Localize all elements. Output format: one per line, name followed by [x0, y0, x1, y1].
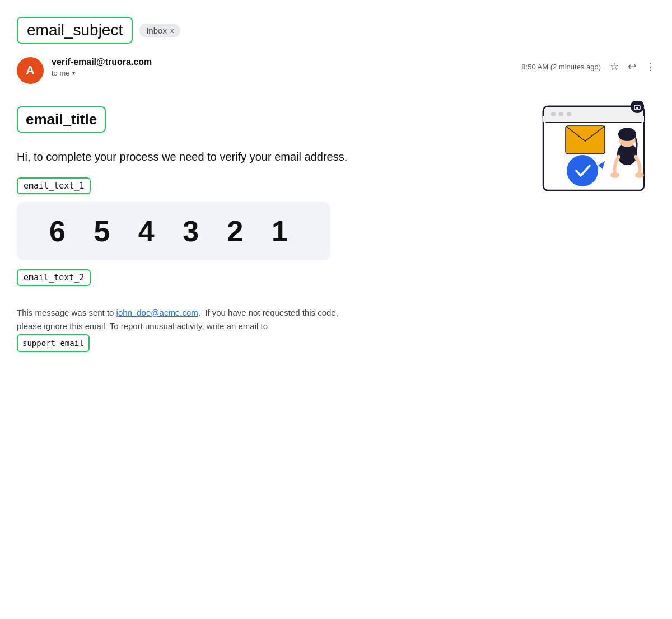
otp-code: 6 5 4 3 2 1: [34, 214, 314, 248]
svg-point-3: [551, 112, 556, 116]
sender-left: A verif-email@truora.com to me ▾: [17, 57, 152, 84]
inbox-label: Inbox: [146, 26, 167, 35]
email-text-2-field: email_text_2: [17, 269, 91, 286]
close-icon[interactable]: x: [170, 26, 174, 35]
star-icon[interactable]: ☆: [610, 60, 619, 73]
email-text-1-field: email_text_1: [17, 177, 91, 194]
email-title-text: email_title: [26, 111, 97, 128]
more-options-icon[interactable]: ⋮: [645, 60, 655, 73]
svg-rect-2: [543, 116, 644, 122]
sender-to[interactable]: to me ▾: [52, 69, 152, 77]
avatar: A: [17, 57, 44, 84]
footer-text-before-link: This message was sent to: [17, 308, 116, 317]
chevron-down-icon[interactable]: ▾: [72, 70, 75, 76]
svg-point-15: [610, 172, 619, 178]
svg-point-8: [636, 107, 638, 109]
sender-row: A verif-email@truora.com to me ▾ 8:50 AM…: [17, 57, 655, 90]
body-text: Hi, to complete your process we need to …: [17, 148, 409, 165]
email-footer: This message was sent to john_doe@acme.c…: [17, 306, 353, 352]
avatar-letter: A: [26, 63, 35, 78]
email-text-1: email_text_1: [24, 181, 84, 191]
email-title: email_title: [17, 106, 106, 133]
sender-email: verif-email@truora.com: [52, 57, 152, 67]
timestamp: 8:50 AM (2 minutes ago): [521, 63, 601, 71]
recipient-email-link[interactable]: john_doe@acme.com: [116, 308, 198, 317]
email-illustration: [532, 101, 655, 215]
svg-point-14: [618, 128, 636, 141]
otp-box: 6 5 4 3 2 1: [17, 202, 330, 260]
reply-icon[interactable]: ↩: [628, 60, 636, 73]
email-header-top: email_subject Inbox x: [17, 11, 655, 44]
illustration-svg: [532, 101, 655, 213]
email-text-2: email_text_2: [24, 273, 84, 283]
sender-right: 8:50 AM (2 minutes ago) ☆ ↩ ⋮: [521, 60, 655, 73]
svg-point-5: [567, 112, 571, 116]
support-email: support_email: [22, 339, 84, 348]
support-email-field: support_email: [17, 334, 90, 352]
svg-point-16: [635, 172, 644, 178]
email-body: email_title Hi, to complete your process…: [17, 106, 655, 352]
to-label: to me: [52, 69, 70, 77]
sender-info: verif-email@truora.com to me ▾: [52, 57, 152, 77]
email-subject: email_subject: [17, 17, 133, 44]
svg-point-4: [559, 112, 563, 116]
inbox-tag[interactable]: Inbox x: [139, 24, 180, 37]
subject-label: email_subject: [27, 21, 123, 39]
svg-point-10: [567, 155, 598, 186]
email-content: email_title Hi, to complete your process…: [17, 106, 409, 352]
